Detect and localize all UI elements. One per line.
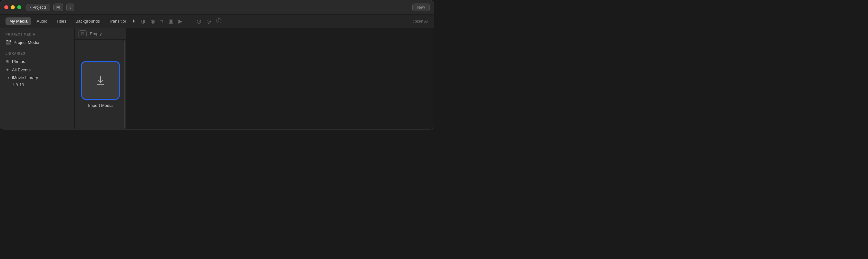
tab-backgrounds[interactable]: Backgrounds — [71, 18, 104, 25]
all-events-label: All Events — [12, 67, 31, 72]
import-media-button[interactable] — [81, 61, 120, 100]
magic-wand-icon[interactable]: ✦ — [131, 18, 136, 24]
libraries-section-label: LIBRARIES — [3, 52, 72, 55]
import-arrow-icon — [95, 74, 106, 86]
sidebar-toggle-icon: ⊡ — [81, 31, 84, 36]
crop-icon[interactable]: ⌗ — [160, 19, 163, 24]
reset-all-button[interactable]: Reset All — [413, 19, 429, 24]
projects-label: Projects — [33, 5, 46, 10]
chevron-down-icon: ▼ — [7, 76, 10, 79]
sidebar-item-all-events[interactable]: ✦ All Events — [3, 66, 72, 74]
camera-icon[interactable]: ▣ — [168, 18, 173, 24]
chevron-left-icon: ‹ — [30, 5, 31, 9]
color-balance-icon[interactable]: ◑ — [141, 18, 146, 24]
new-button[interactable]: New — [412, 4, 430, 11]
equalizer-icon[interactable]: 𝄚 — [187, 19, 192, 24]
sidebar-item-project-media[interactable]: 🎬 Project Media — [3, 38, 72, 46]
empty-label: Empty — [90, 31, 102, 36]
stabilize-icon[interactable]: ◎ — [207, 18, 211, 24]
tab-audio[interactable]: Audio — [33, 18, 51, 25]
download-button[interactable]: ↓ — [66, 4, 74, 11]
library-area: PROJECT MEDIA 🎬 Project Media LIBRARIES … — [0, 28, 126, 129]
scrollbar-track — [124, 41, 125, 128]
date-label: 1-9-19 — [12, 83, 24, 87]
app-window: ‹ Projects ⊞ ↓ New My Media Audio — [0, 0, 434, 129]
project-media-section: PROJECT MEDIA 🎬 Project Media — [3, 33, 72, 46]
photos-label: Photos — [12, 59, 25, 64]
minimize-button[interactable] — [11, 5, 15, 9]
scrollbar[interactable] — [123, 40, 125, 129]
traffic-lights — [4, 5, 21, 9]
maximize-button[interactable] — [17, 5, 21, 9]
import-media-container: Import Media — [81, 61, 120, 108]
sidebar-item-imovie-library[interactable]: ▼ iMovie Library — [3, 74, 72, 82]
color-wheel-icon[interactable]: ◉ — [151, 18, 155, 24]
grid-view-button[interactable]: ⊞ — [53, 4, 63, 11]
volume-icon[interactable]: ▶ — [178, 18, 182, 24]
right-content — [126, 28, 434, 129]
main-content: My Media Audio Titles Backgrounds Transi… — [0, 14, 434, 129]
libraries-section: LIBRARIES ✺ Photos ✦ All Events ▼ iMovie… — [3, 52, 72, 88]
tab-titles[interactable]: Titles — [53, 18, 70, 25]
sidebar-item-date[interactable]: 1-9-19 — [3, 82, 72, 88]
sidebar-toggle-button[interactable]: ⊡ — [79, 30, 87, 37]
grid-icon: ⊞ — [56, 5, 60, 10]
right-toolbar: ✦ ◑ ◉ ⌗ ▣ ▶ 𝄚 ◷ ◎ ⓘ Reset All — [126, 14, 434, 28]
sidebar: PROJECT MEDIA 🎬 Project Media LIBRARIES … — [0, 28, 75, 129]
star-icon: ✦ — [5, 67, 9, 72]
project-media-label: Project Media — [13, 40, 39, 45]
media-content: Import Media — [75, 40, 126, 129]
info-icon[interactable]: ⓘ — [216, 18, 221, 25]
photos-icon: ✺ — [5, 59, 9, 64]
media-browser: ⊡ Empty — [75, 28, 126, 129]
sidebar-item-photos[interactable]: ✺ Photos — [3, 57, 72, 66]
imovie-library-label: iMovie Library — [12, 75, 38, 80]
close-button[interactable] — [4, 5, 8, 9]
speed-icon[interactable]: ◷ — [197, 18, 201, 24]
media-header: ⊡ Empty — [75, 28, 126, 40]
title-bar: ‹ Projects ⊞ ↓ New — [0, 0, 434, 14]
download-icon: ↓ — [69, 5, 71, 10]
project-media-section-label: PROJECT MEDIA — [3, 33, 72, 36]
right-panel: ✦ ◑ ◉ ⌗ ▣ ▶ 𝄚 ◷ ◎ ⓘ Reset All — [126, 14, 434, 129]
tab-bar: My Media Audio Titles Backgrounds Transi… — [0, 14, 126, 28]
import-media-label: Import Media — [88, 103, 113, 108]
left-panel: My Media Audio Titles Backgrounds Transi… — [0, 14, 126, 129]
tab-my-media[interactable]: My Media — [5, 18, 31, 25]
projects-button[interactable]: ‹ Projects — [27, 4, 50, 11]
toolbar-icons: ✦ ◑ ◉ ⌗ ▣ ▶ 𝄚 ◷ ◎ ⓘ — [131, 18, 221, 25]
film-icon: 🎬 — [5, 40, 11, 45]
